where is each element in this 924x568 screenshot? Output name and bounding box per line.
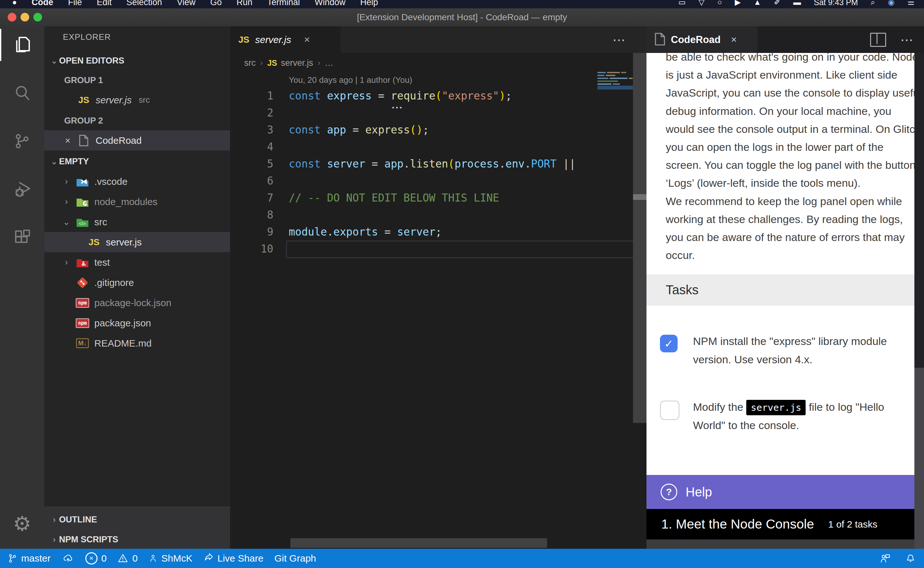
tree-item-package-json[interactable]: npmpackage.json — [44, 313, 230, 333]
status-git-graph[interactable]: Git Graph — [274, 553, 316, 564]
section-open-editors[interactable]: ⌄OPEN EDITORS — [44, 51, 230, 71]
split-editor-icon[interactable] — [870, 33, 886, 47]
paragraph-line: you can open the logs in the lower part … — [666, 138, 914, 156]
task-checkbox-unchecked[interactable] — [660, 400, 680, 420]
menu-item-help[interactable]: Help — [360, 0, 378, 8]
editor-vertical-scrollbar[interactable] — [633, 53, 647, 423]
menu-item-view[interactable]: View — [177, 0, 195, 8]
paragraph-line: be able to check what's going on in your… — [666, 53, 914, 66]
pencil-icon[interactable]: ✐ — [774, 0, 780, 7]
status-shmck[interactable]: ShMcK — [149, 553, 193, 564]
vscode-file-icon — [75, 175, 90, 188]
tree-item-node-modules[interactable]: ›JSnode_modules — [44, 192, 230, 212]
eject-icon[interactable]: ▲ — [754, 0, 761, 7]
panel-more-actions-icon[interactable]: ⋯ — [900, 32, 914, 47]
code-line-3[interactable]: 3const app = express(); — [230, 121, 647, 138]
open-editor-item-server.js[interactable]: JSserver.jssrc — [44, 90, 230, 110]
tree-item--gitignore[interactable]: .gitignore — [44, 272, 230, 293]
lesson-paragraph: be able to check what's going on in your… — [666, 53, 914, 264]
section-workspace-empty[interactable]: ⌄EMPTY — [44, 151, 230, 171]
play-icon[interactable]: ▶ — [735, 0, 740, 7]
activity-settings[interactable]: ⚙ — [0, 508, 44, 540]
close-editor-icon[interactable]: × — [62, 135, 73, 146]
tree-item-package-lock-json[interactable]: npmpackage-lock.json — [44, 293, 230, 313]
task-checkbox-checked[interactable]: ✓ — [660, 335, 678, 352]
activity-extensions[interactable] — [0, 221, 44, 254]
editor-more-actions-icon[interactable]: ⋯ — [612, 26, 627, 53]
record-icon[interactable]: ○ — [717, 0, 722, 7]
activity-explorer[interactable] — [0, 29, 45, 61]
status-master[interactable]: master — [8, 553, 51, 564]
chevron-right-icon: › — [260, 58, 263, 67]
status-bell-icon[interactable] — [905, 553, 916, 564]
menu-item-selection[interactable]: Selection — [127, 0, 162, 8]
code-line-6[interactable]: 6 — [230, 172, 647, 189]
menu-item-window[interactable]: Window — [315, 0, 345, 8]
menu-item-edit[interactable]: Edit — [97, 0, 112, 8]
menu-item-file[interactable]: File — [68, 0, 82, 8]
line-number: 1 — [230, 87, 273, 104]
tree-item--vscode[interactable]: ›.vscode — [44, 171, 230, 192]
activity-run-debug[interactable] — [0, 173, 44, 205]
scrollbar-handle[interactable] — [633, 194, 647, 200]
chevron-right-icon: › — [61, 257, 72, 267]
activity-search[interactable] — [0, 77, 44, 109]
code-line-10[interactable]: 10 — [230, 240, 647, 257]
status-0[interactable]: 0 — [118, 553, 138, 564]
scrollbar-handle[interactable] — [914, 368, 924, 549]
menu-item-code[interactable]: Code — [32, 0, 54, 8]
menu-item-run[interactable]: Run — [237, 0, 253, 8]
open-editor-item-coderoad[interactable]: ×CodeRoad — [44, 130, 230, 151]
panel-actions: ⋯ — [870, 26, 924, 53]
status-cloud-upload-icon[interactable] — [62, 553, 74, 563]
control-center-icon[interactable]: ☰ — [907, 0, 914, 7]
paragraph-line: occur. — [666, 246, 914, 264]
code-line-9[interactable]: 9module.exports = server; — [230, 224, 647, 240]
paragraph-line: you can be aware of the nature of errors… — [666, 228, 914, 246]
workbench: ⚙ EXPLORER ⌄OPEN EDITORSGROUP 1JSserver.… — [0, 26, 924, 549]
editor-horizontal-scrollbar[interactable] — [290, 538, 547, 548]
help-section-header[interactable]: ? Help — [647, 475, 914, 509]
chevron-down-icon: ⌄ — [61, 217, 72, 227]
close-tab-icon[interactable]: × — [304, 34, 310, 45]
code-line-2[interactable]: 2 — [230, 104, 647, 121]
display-icon[interactable]: ▭ — [678, 0, 686, 7]
shield-icon[interactable]: ▽ — [698, 0, 704, 7]
status-0[interactable]: ×0 — [85, 552, 107, 565]
webview-scrollbar[interactable] — [914, 53, 924, 549]
breadcrumb-file[interactable]: server.js — [281, 58, 314, 68]
tree-item-readme-md[interactable]: M↓README.md — [44, 333, 230, 353]
tree-item-test[interactable]: ›test — [44, 252, 230, 272]
tab-server-js[interactable]: JS server.js × — [230, 26, 341, 53]
siri-icon[interactable]: ◉ — [888, 0, 895, 7]
menu-item-terminal[interactable]: Terminal — [267, 0, 300, 8]
chevron-right-icon: › — [50, 515, 59, 525]
menu-item-go[interactable]: Go — [210, 0, 222, 8]
breadcrumb-symbol[interactable]: … — [325, 58, 333, 68]
section-outline[interactable]: ›OUTLINE — [44, 510, 230, 529]
warning-icon — [118, 553, 128, 563]
activity-source-control[interactable] — [0, 125, 44, 157]
codelens-annotation[interactable]: You, 20 days ago | 1 author (You) — [289, 75, 412, 85]
section-npm-scripts[interactable]: ›NPM SCRIPTS — [44, 529, 230, 549]
code-line-8[interactable]: 8 — [230, 206, 647, 224]
status-live-share[interactable]: Live Share — [203, 553, 264, 564]
breadcrumb-folder[interactable]: src — [244, 58, 256, 68]
close-tab-icon[interactable]: × — [731, 34, 737, 45]
code-line-5[interactable]: 5const server = app.listen(process.env.P… — [230, 155, 647, 172]
tree-item-server-js[interactable]: JSserver.js — [44, 232, 230, 252]
search-icon[interactable]: ⌕ — [871, 0, 875, 7]
tree-item-src[interactable]: ⌄</>src — [44, 212, 230, 232]
task-text: NPM install the "express" library module… — [693, 332, 887, 369]
file-icon — [655, 33, 665, 47]
code-editor[interactable]: 1const express = require("express");23co… — [230, 87, 647, 257]
code-line-4[interactable]: 4 — [230, 138, 647, 155]
minimap[interactable] — [597, 71, 633, 94]
code-line-1[interactable]: 1const express = require("express"); — [230, 87, 647, 104]
code-line-7[interactable]: 7// -- DO NOT EDIT BELOW THIS LINE — [230, 189, 647, 206]
status-feedback-icon[interactable] — [879, 553, 891, 564]
battery-icon[interactable]: ▬ — [793, 0, 801, 7]
apple-icon[interactable]: ● — [12, 0, 17, 7]
tab-coderoad[interactable]: CodeRoad × — [647, 26, 758, 53]
paragraph-line: would see the console output in a termin… — [666, 120, 914, 138]
